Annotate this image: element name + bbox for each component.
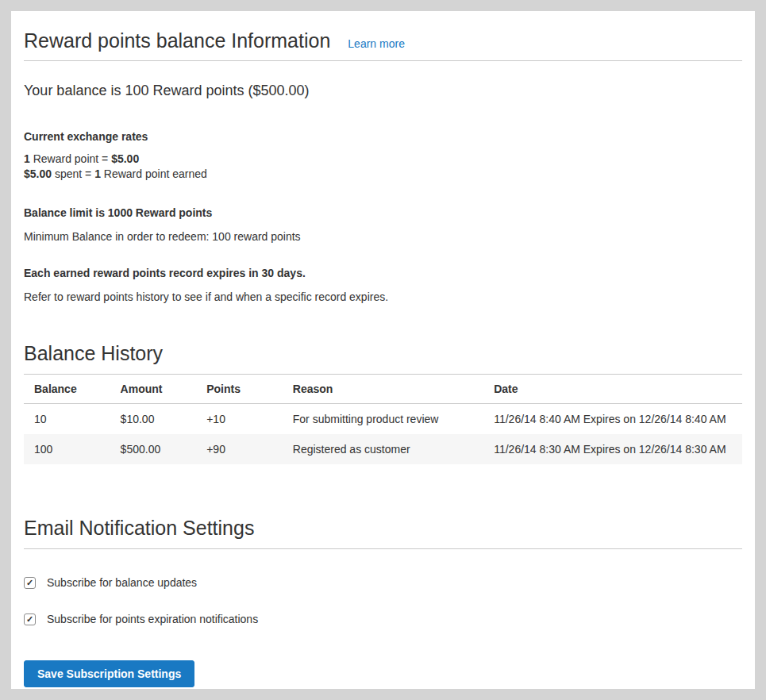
expiration-policy-text: Each earned reward points record expires… — [24, 266, 742, 280]
cell-amount: $500.00 — [110, 434, 197, 464]
table-header-row: Balance Amount Points Reason Date — [24, 375, 742, 404]
cell-points: +10 — [196, 404, 283, 435]
cell-reason: Registered as customer — [283, 434, 483, 464]
earn-rate-points: 1 — [94, 167, 101, 180]
reward-points-card: Reward points balance Information Learn … — [11, 11, 755, 689]
exchange-rates-text: 1 Reward point = $5.00$5.00 spent = 1 Re… — [24, 152, 742, 182]
save-subscription-settings-button[interactable]: Save Subscription Settings — [24, 660, 194, 687]
column-header-date: Date — [483, 375, 742, 404]
redeem-rate-line: 1 Reward point = $5.00 — [24, 152, 139, 165]
checkmark-icon: ✓ — [26, 579, 33, 587]
learn-more-link[interactable]: Learn more — [348, 37, 405, 50]
cell-reason: For submitting product review — [283, 404, 483, 435]
column-header-points: Points — [196, 375, 283, 404]
balance-summary: Your balance is 100 Reward points ($500.… — [24, 82, 742, 99]
earn-rate-value: $5.00 — [24, 167, 52, 180]
expiration-note-text: Refer to reward points history to see if… — [24, 290, 742, 304]
table-row: 100 $500.00 +90 Registered as customer 1… — [24, 434, 742, 464]
cell-points: +90 — [196, 434, 283, 464]
page-header: Reward points balance Information Learn … — [24, 29, 742, 52]
expiration-notifications-checkbox[interactable]: ✓ — [24, 613, 36, 625]
cell-balance: 100 — [24, 434, 110, 464]
balance-history-title: Balance History — [24, 340, 742, 366]
earn-rate-line: $5.00 spent = 1 Reward point earned — [24, 167, 207, 180]
balance-updates-label[interactable]: Subscribe for balance updates — [47, 576, 197, 589]
expiration-notifications-label[interactable]: Subscribe for points expiration notifica… — [47, 613, 258, 625]
balance-limit-text: Balance limit is 1000 Reward points — [24, 206, 742, 220]
cell-date: 11/26/14 8:30 AM Expires on 12/26/14 8:3… — [483, 434, 742, 464]
redeem-rate-value: $5.00 — [111, 152, 139, 165]
checkmark-icon: ✓ — [26, 615, 33, 624]
earn-rate-suffix: Reward point earned — [101, 167, 207, 180]
expiration-notifications-field: ✓ Subscribe for points expiration notifi… — [24, 613, 742, 625]
balance-history-table: Balance Amount Points Reason Date 10 $10… — [24, 375, 742, 464]
column-header-amount: Amount — [110, 375, 197, 404]
cell-balance: 10 — [24, 404, 110, 435]
cell-amount: $10.00 — [110, 404, 197, 435]
table-header: Balance Amount Points Reason Date — [24, 375, 742, 404]
column-header-balance: Balance — [24, 375, 110, 404]
minimum-balance-text: Minimum Balance in order to redeem: 100 … — [24, 229, 742, 244]
column-header-reason: Reason — [283, 375, 483, 404]
page-title: Reward points balance Information — [24, 29, 330, 52]
table-row: 10 $10.00 +10 For submitting product rev… — [24, 404, 742, 435]
email-settings-divider — [24, 548, 742, 549]
email-settings-title: Email Notification Settings — [24, 515, 742, 540]
redeem-rate-points: 1 — [24, 152, 30, 165]
table-body: 10 $10.00 +10 For submitting product rev… — [24, 404, 742, 465]
balance-updates-checkbox[interactable]: ✓ — [24, 577, 36, 589]
cell-date: 11/26/14 8:40 AM Expires on 12/26/14 8:4… — [483, 404, 742, 435]
earn-rate-text: spent = — [52, 167, 94, 180]
balance-updates-field: ✓ Subscribe for balance updates — [24, 576, 742, 589]
header-divider — [24, 60, 742, 61]
exchange-rates-heading: Current exchange rates — [24, 129, 742, 144]
redeem-rate-text: Reward point = — [30, 152, 111, 165]
